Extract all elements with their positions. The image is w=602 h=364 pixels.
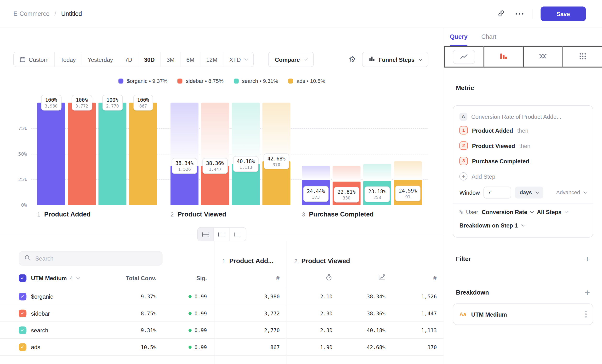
topbar-actions: Save [496, 6, 586, 21]
metric-series-row[interactable]: A Conversion Rate of Product Adde... [459, 110, 586, 123]
funnel-bar[interactable]: 23.18%258 [363, 103, 391, 205]
search-input[interactable] [34, 255, 157, 262]
funnel-bar[interactable]: 38.34%1,526 [171, 103, 199, 205]
measure-row: % User Conversion Rate All Steps [459, 205, 586, 219]
date-range-7d[interactable]: 7D [119, 52, 138, 67]
save-button[interactable]: Save [541, 6, 586, 21]
funnel-bar[interactable]: 38.36%1,447 [201, 103, 229, 205]
stopwatch-icon [325, 273, 332, 282]
window-unit-select[interactable]: days [515, 186, 543, 198]
legend-item[interactable]: ads • 10.5% [288, 78, 325, 84]
chart-type-grid-tab[interactable] [562, 46, 602, 67]
step1-count-value: 3,772 [264, 310, 280, 316]
chart-type-flows-tab[interactable] [523, 46, 562, 67]
sidebar-tabs: Query Chart [444, 28, 602, 46]
table-row[interactable]: ✓sidebar8.75%0.993,7722.3D38.36%1,447 [0, 305, 444, 322]
breadcrumb-report-title[interactable]: Untitled [61, 10, 82, 17]
total-conv-column-header[interactable]: Total Conv. [126, 275, 156, 281]
funnel-step-row[interactable]: 3Purchase Completed [459, 153, 586, 169]
chart-type-button[interactable]: Funnel Steps [362, 52, 428, 67]
row-checkbox[interactable]: ✓ [19, 326, 26, 334]
funnel-bar[interactable]: 100%867 [129, 103, 157, 205]
funnel-bar[interactable]: 100%2,770 [98, 103, 126, 205]
sig-column-header[interactable]: Sig. [196, 275, 207, 281]
chart-type-line-tab[interactable] [444, 46, 484, 67]
topbar: E-Commerce / Untitled Save [0, 0, 602, 28]
date-range-6m[interactable]: 6M [181, 52, 200, 67]
counting-method-label[interactable]: User [466, 209, 478, 215]
legend-item[interactable]: $organic • 9.37% [118, 78, 168, 84]
date-range-3m[interactable]: 3M [161, 52, 181, 67]
date-range-30d[interactable]: 30D [139, 52, 161, 67]
date-range-today[interactable]: Today [54, 52, 82, 67]
table-row[interactable]: ✓ads10.5%0.998671.9D42.68%370 [0, 339, 444, 355]
settings-gear-button[interactable]: ⚙ [347, 53, 357, 65]
date-range-yesterday[interactable]: Yesterday [82, 52, 119, 67]
time-to-convert-column-header[interactable] [325, 273, 332, 282]
breakdown-on-step-select[interactable]: Breakdown on Step 1 [459, 219, 586, 232]
row-checkbox[interactable]: ✓ [19, 309, 26, 317]
date-range-12m[interactable]: 12M [200, 52, 223, 67]
filter-section: Filter + [456, 254, 590, 263]
row-checkbox[interactable]: ✓ [19, 293, 26, 300]
sig-value: 0.99 [189, 344, 207, 350]
advanced-toggle[interactable]: Advanced [556, 189, 587, 195]
funnel-bar[interactable]: 24.59%91 [394, 103, 422, 205]
bar-value-label: 38.34%1,526 [172, 158, 197, 174]
breakdown-item[interactable]: Aa UTM Medium [453, 303, 593, 325]
funnel-step-row[interactable]: 2Product Viewedthen [459, 138, 586, 153]
y-axis-tick: 75% [18, 126, 27, 131]
sidebar-body: Metric A Conversion Rate of Product Adde… [444, 85, 602, 325]
layout-split-horizontal-button[interactable] [198, 227, 214, 241]
window-value-input[interactable] [484, 186, 511, 198]
select-all-checkbox[interactable]: ✓ [19, 274, 26, 282]
sig-status-dot [189, 312, 192, 315]
legend-item[interactable]: sidebar • 8.75% [177, 78, 223, 84]
y-axis-tick: 0% [21, 202, 27, 208]
step1-count-value: 2,770 [264, 327, 280, 333]
funnel-legend: $organic • 9.37%sidebar • 8.75%search • … [0, 78, 444, 84]
chevron-down-icon [521, 223, 525, 226]
date-range-xtd[interactable]: XTD [224, 52, 254, 67]
add-step-button[interactable]: + Add Step [459, 169, 586, 184]
step-number-badge: 3 [459, 157, 468, 165]
tab-query[interactable]: Query [450, 28, 467, 46]
conversion-rate-value: 38.36% [367, 310, 386, 316]
app: E-Commerce / Untitled Save [0, 0, 602, 364]
compare-button[interactable]: Compare [269, 52, 314, 67]
chart-type-funnel-tab[interactable] [484, 46, 523, 67]
conversion-rate-column-header[interactable] [378, 273, 385, 282]
share-link-button[interactable] [496, 8, 506, 20]
row-checkbox[interactable]: ✓ [19, 343, 26, 351]
step-number-badge: 1 [459, 126, 468, 134]
table-row[interactable]: ✓$organic9.37%0.993,9802.1D38.34%1,526 [0, 288, 444, 305]
measure-scope-select[interactable]: All Steps [537, 209, 568, 215]
funnel-step-group: 24.44%37322.81%33023.18%25824.59%91 [302, 103, 422, 205]
funnel-bar[interactable]: 100%3,772 [68, 103, 96, 205]
legend-item[interactable]: search • 9.31% [234, 78, 278, 84]
kebab-menu-icon[interactable] [585, 311, 587, 318]
funnel-bar[interactable]: 42.68%370 [262, 103, 290, 205]
funnel-bar[interactable]: 22.81%330 [333, 103, 361, 205]
count-column-header[interactable]: # [276, 274, 280, 282]
measure-metric-select[interactable]: Conversion Rate [482, 209, 533, 215]
funnel-bar-ghost [333, 166, 361, 182]
funnel-bar[interactable]: 40.18%1,113 [232, 103, 260, 205]
breakdown-column-header[interactable]: UTM Medium 4 [31, 275, 80, 281]
table-row[interactable]: ✓search9.31%0.992,7702.3D40.18%1,113 [0, 322, 444, 339]
count-column-header[interactable]: # [433, 274, 437, 282]
funnel-bar[interactable]: 100%3,980 [37, 103, 65, 205]
tab-chart[interactable]: Chart [481, 28, 496, 46]
more-menu-button[interactable] [514, 11, 525, 16]
layout-split-vertical-button[interactable] [214, 227, 230, 241]
bar-value-label: 100%2,770 [102, 95, 123, 111]
layout-bottom-panel-button[interactable] [230, 227, 246, 241]
funnel-bar[interactable]: 24.44%373 [302, 103, 330, 205]
add-filter-button[interactable]: + [585, 254, 590, 263]
split-horizontal-icon [202, 232, 209, 237]
add-breakdown-button[interactable]: + [585, 288, 590, 297]
funnel-step-row[interactable]: 1Product Addedthen [459, 123, 586, 138]
percent-icon: % [459, 209, 463, 215]
date-range-custom[interactable]: Custom [14, 52, 55, 67]
breadcrumb-project[interactable]: E-Commerce [13, 10, 50, 17]
